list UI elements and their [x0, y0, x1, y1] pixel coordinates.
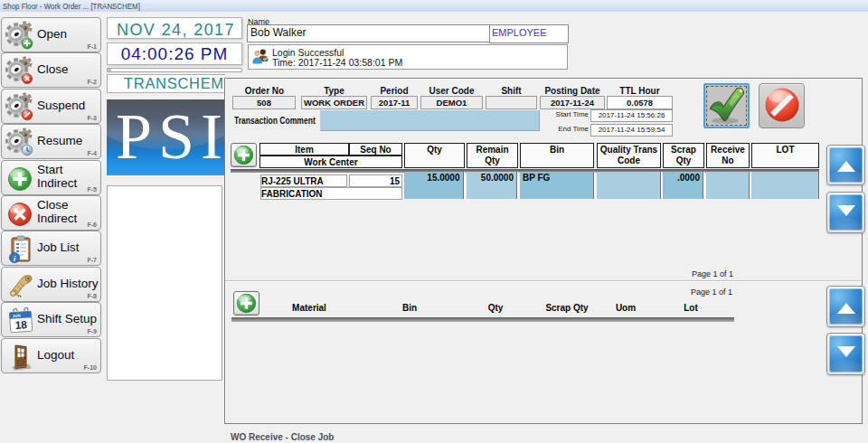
svg-text:JUN: JUN [12, 314, 20, 319]
svg-text:18: 18 [14, 318, 28, 332]
